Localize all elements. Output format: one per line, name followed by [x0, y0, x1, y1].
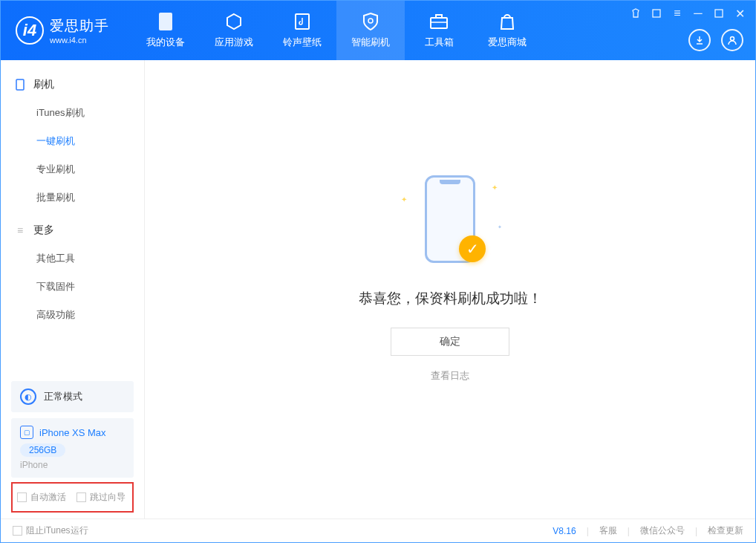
- storage-badge: 256GB: [20, 443, 65, 457]
- svg-rect-4: [436, 15, 442, 18]
- tab-apps-games[interactable]: 应用游戏: [200, 1, 268, 60]
- sidebar-item-itunes-flash[interactable]: iTunes刷机: [1, 99, 144, 127]
- window-controls: ≡ ─ ✕: [629, 7, 746, 20]
- footer-link-support[interactable]: 客服: [599, 524, 617, 537]
- checkbox-label: 阻止iTunes运行: [26, 524, 88, 537]
- app-header: i4 爱思助手 www.i4.cn 我的设备 应用游戏 铃声壁纸 智能刷机 工具…: [1, 1, 755, 60]
- sidebar-item-batch-flash[interactable]: 批量刷机: [1, 183, 144, 212]
- block-itunes-checkbox[interactable]: 阻止iTunes运行: [13, 524, 88, 537]
- tab-label: 我的设备: [146, 36, 185, 49]
- list-icon: ≡: [14, 224, 26, 236]
- app-title: 爱思助手: [50, 16, 109, 36]
- phone-outline-icon: [14, 79, 26, 91]
- confirm-button[interactable]: 确定: [391, 328, 509, 356]
- sidebar-section-flash: 刷机 iTunes刷机 一键刷机 专业刷机 批量刷机: [1, 74, 144, 212]
- status-indicator-icon: ◐: [20, 388, 36, 405]
- success-message: 恭喜您，保资料刷机成功啦！: [359, 289, 542, 308]
- checkbox-label: 跳过向导: [90, 491, 126, 504]
- auto-activate-checkbox[interactable]: 自动激活: [17, 491, 66, 504]
- tab-smart-flash[interactable]: 智能刷机: [336, 1, 405, 60]
- status-card[interactable]: ◐ 正常模式: [11, 381, 134, 412]
- app-subtitle: www.i4.cn: [50, 36, 109, 45]
- checkbox-icon: [76, 492, 86, 502]
- svg-point-8: [731, 37, 734, 41]
- music-icon: [293, 12, 312, 31]
- sidebar-item-pro-flash[interactable]: 专业刷机: [1, 155, 144, 183]
- tab-label: 爱思商城: [488, 36, 527, 49]
- main-content: ✦ ✦ ✦ ✓ 恭喜您，保资料刷机成功啦！ 确定 查看日志: [145, 60, 755, 518]
- footer: 阻止iTunes运行 V8.16 | 客服 | 微信公众号 | 检查更新: [1, 518, 755, 542]
- tab-label: 应用游戏: [215, 36, 253, 49]
- close-button[interactable]: ✕: [733, 7, 746, 20]
- device-type-label: iPhone: [20, 460, 125, 470]
- sidebar: 刷机 iTunes刷机 一键刷机 专业刷机 批量刷机 ≡ 更多 其他工具 下载固…: [1, 60, 145, 518]
- svg-rect-0: [159, 13, 172, 30]
- tab-store[interactable]: 爱思商城: [473, 1, 541, 60]
- svg-rect-9: [16, 79, 24, 90]
- svg-rect-7: [715, 10, 723, 17]
- settings-icon[interactable]: [650, 7, 663, 20]
- bag-icon: [498, 12, 517, 31]
- device-icon: [156, 12, 175, 31]
- sidebar-item-download-firmware[interactable]: 下载固件: [1, 273, 144, 301]
- tab-toolbox[interactable]: 工具箱: [405, 1, 473, 60]
- footer-link-update[interactable]: 检查更新: [708, 524, 743, 537]
- minimize-button[interactable]: ─: [691, 7, 705, 20]
- version-label: V8.16: [553, 526, 576, 536]
- checkbox-label: 自动激活: [30, 491, 66, 504]
- sparkle-icon: ✦: [492, 183, 498, 192]
- tab-label: 工具箱: [425, 36, 454, 49]
- checkbox-icon: [17, 492, 27, 502]
- user-icon[interactable]: [721, 29, 743, 51]
- shield-icon: [361, 12, 380, 31]
- tab-label: 智能刷机: [351, 36, 390, 49]
- svg-rect-6: [653, 10, 660, 17]
- sidebar-section-title: 刷机: [33, 78, 54, 91]
- sparkle-icon: ✦: [401, 195, 407, 204]
- logo: i4 爱思助手 www.i4.cn: [1, 16, 124, 45]
- download-icon[interactable]: [688, 29, 711, 51]
- device-card[interactable]: ▢ iPhone XS Max 256GB iPhone: [11, 418, 134, 478]
- tab-label: 铃声壁纸: [283, 36, 322, 49]
- tab-my-device[interactable]: 我的设备: [131, 1, 200, 60]
- logo-icon: i4: [16, 16, 44, 45]
- tab-ringtone-wallpaper[interactable]: 铃声壁纸: [268, 1, 336, 60]
- sidebar-header-flash: 刷机: [1, 74, 144, 99]
- status-label: 正常模式: [44, 390, 82, 403]
- sparkle-icon: ✦: [498, 224, 502, 230]
- view-log-link[interactable]: 查看日志: [431, 369, 469, 383]
- svg-point-2: [368, 19, 373, 23]
- sidebar-item-oneclick-flash[interactable]: 一键刷机: [1, 127, 144, 155]
- sidebar-item-advanced[interactable]: 高级功能: [1, 301, 144, 329]
- sidebar-item-other-tools[interactable]: 其他工具: [1, 244, 144, 273]
- sidebar-header-more: ≡ 更多: [1, 219, 144, 244]
- menu-icon[interactable]: ≡: [671, 7, 684, 20]
- check-badge-icon: ✓: [459, 235, 486, 262]
- device-name-label: iPhone XS Max: [39, 427, 106, 438]
- cube-icon: [224, 12, 244, 31]
- footer-link-wechat[interactable]: 微信公众号: [640, 524, 685, 537]
- maximize-button[interactable]: [712, 7, 726, 20]
- skin-icon[interactable]: [629, 7, 642, 20]
- checkbox-icon: [13, 526, 22, 536]
- sidebar-section-more: ≡ 更多 其他工具 下载固件 高级功能: [1, 219, 144, 329]
- nav-tabs: 我的设备 应用游戏 铃声壁纸 智能刷机 工具箱 爱思商城: [131, 1, 541, 60]
- checkbox-row-highlighted: 自动激活 跳过向导: [11, 482, 134, 513]
- toolbox-icon: [429, 12, 449, 31]
- device-small-icon: ▢: [20, 426, 33, 439]
- success-illustration: ✦ ✦ ✦ ✓: [383, 167, 517, 271]
- svg-rect-3: [431, 18, 447, 28]
- skip-guide-checkbox[interactable]: 跳过向导: [76, 491, 126, 504]
- sidebar-section-title: 更多: [33, 224, 54, 237]
- header-action-icons: [688, 29, 743, 51]
